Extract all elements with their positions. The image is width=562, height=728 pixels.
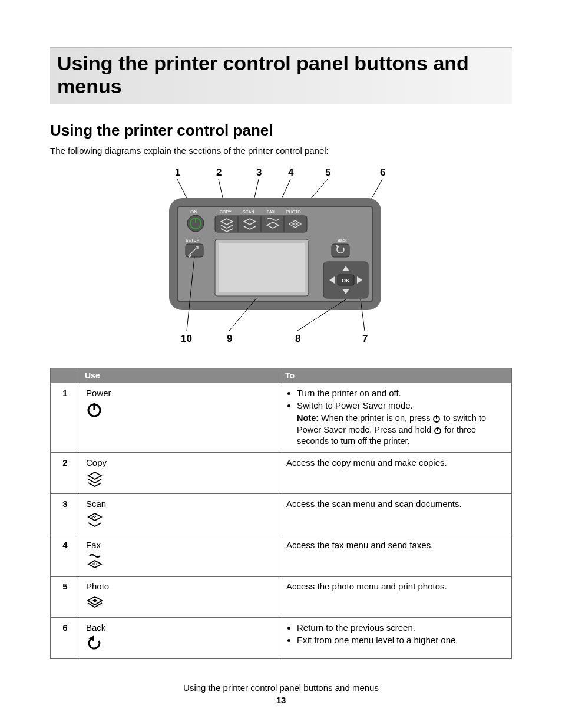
row-num: 6	[51, 617, 80, 658]
row-use-label: Scan	[86, 499, 106, 509]
table-row: 3 Scan Access the scan menu and scan doc…	[51, 493, 512, 535]
copy-icon	[86, 470, 104, 487]
row-use-label: Fax	[86, 540, 101, 550]
control-panel-diagram: 1 2 3 4 5 6 ON COP	[110, 163, 452, 351]
th-to: To	[280, 368, 512, 383]
callout-1: 1	[175, 167, 180, 178]
th-use: Use	[80, 368, 280, 383]
callout-3: 3	[256, 167, 262, 178]
callout-4: 4	[288, 167, 294, 178]
fax-icon	[86, 552, 104, 571]
panel-label-photo: PHOTO	[286, 210, 301, 214]
intro-text: The following diagrams explain the secti…	[50, 146, 512, 156]
power-icon	[434, 426, 442, 434]
callout-9: 9	[227, 333, 232, 344]
svg-point-33	[96, 563, 97, 564]
callout-2: 2	[216, 167, 222, 178]
svg-rect-18	[332, 244, 349, 257]
row-to-bullet: Exit from one menu level to a higher one…	[297, 635, 505, 645]
row-to-text: Access the scan menu and scan documents.	[280, 493, 512, 535]
table-row: 4 Fax Access the fax menu and send faxes…	[51, 535, 512, 576]
photo-icon	[86, 594, 104, 609]
svg-rect-17	[219, 243, 305, 292]
row-to-text: Access the photo menu and print photos.	[280, 576, 512, 617]
th-num	[51, 368, 80, 383]
panel-label-setup: SETUP	[186, 238, 200, 242]
scan-icon	[86, 511, 104, 529]
row-use-label: Copy	[86, 457, 107, 467]
svg-point-31	[92, 563, 94, 564]
row-num: 3	[51, 493, 80, 535]
power-icon	[86, 400, 103, 418]
page-title: Using the printer control panel buttons …	[57, 52, 505, 98]
svg-point-34	[92, 564, 94, 565]
panel-label-copy: COPY	[220, 210, 232, 214]
panel-label-back: Back	[338, 238, 347, 242]
panel-label-fax: FAX	[267, 210, 275, 214]
row-to-text: Access the fax menu and send faxes.	[280, 535, 512, 576]
control-table: Use To 1 Power	[50, 368, 512, 659]
page-title-block: Using the printer control panel buttons …	[50, 47, 512, 104]
row-to-bullet: Turn the printer on and off.	[297, 388, 505, 398]
back-icon	[86, 635, 104, 651]
row-use-label: Back	[86, 622, 105, 633]
section-title: Using the printer control panel	[50, 121, 512, 140]
callout-7: 7	[362, 333, 368, 344]
row-to-bullet: Switch to Power Saver mode.	[297, 400, 505, 410]
callout-10: 10	[181, 333, 192, 344]
row-note: Note: When the printer is on, press to s…	[297, 413, 505, 447]
footer-page: 13	[50, 695, 512, 705]
svg-point-32	[94, 562, 95, 564]
table-row: 2 Copy Access the copy menu and make cop…	[51, 452, 512, 493]
row-num: 4	[51, 535, 80, 576]
row-num: 1	[51, 383, 80, 453]
callout-8: 8	[295, 333, 300, 344]
power-icon	[432, 414, 441, 423]
panel-label-ok: OK	[342, 278, 350, 284]
panel-label-scan: SCAN	[243, 210, 254, 214]
row-to-bullet: Return to the previous screen.	[297, 622, 505, 633]
callout-5: 5	[325, 167, 330, 178]
svg-point-36	[96, 564, 97, 565]
svg-rect-15	[186, 244, 203, 257]
table-row: 6 Back Return to the previous screen. Ex…	[51, 617, 512, 658]
page-footer: Using the printer control panel buttons …	[50, 683, 512, 705]
svg-point-35	[94, 564, 95, 565]
row-num: 5	[51, 576, 80, 617]
panel-label-on: ON	[190, 209, 197, 215]
row-use-label: Photo	[86, 581, 109, 591]
footer-title: Using the printer control panel buttons …	[50, 683, 512, 693]
row-to-text: Access the copy menu and make copies.	[280, 452, 512, 493]
table-row: 1 Power Turn the printer on and off. Swi…	[51, 383, 512, 453]
row-num: 2	[51, 452, 80, 493]
callout-6: 6	[380, 167, 385, 178]
row-use-label: Power	[86, 388, 111, 398]
table-row: 5 Photo Access the photo menu and print …	[51, 576, 512, 617]
